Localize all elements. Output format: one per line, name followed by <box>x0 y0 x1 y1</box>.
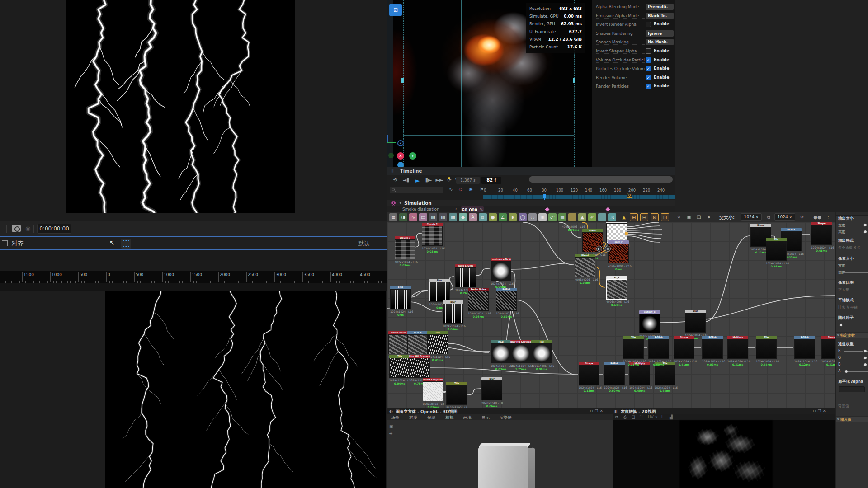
graph-node[interactable]: Invert Grayscale8192x8192 - L80.82ms <box>423 378 443 408</box>
step-back-button[interactable]: ◄▮ <box>402 177 410 183</box>
node-thumbnail[interactable] <box>407 334 428 354</box>
node-thumbnail[interactable] <box>395 239 415 259</box>
slider-knob[interactable] <box>839 323 843 327</box>
crop-tool-button[interactable]: ⧄ <box>389 4 402 16</box>
histogram-icon[interactable]: ▟ <box>670 415 673 419</box>
node-thumbnail[interactable] <box>427 334 448 354</box>
slider-knob[interactable] <box>844 370 848 373</box>
graph-node[interactable]: Tile4096x4096 - L160.90ms <box>531 340 552 371</box>
slider-knob[interactable] <box>863 349 867 353</box>
node-thumbnail[interactable] <box>685 313 706 333</box>
graph-node[interactable]: Blur1024x1024 - L160ms <box>685 310 706 340</box>
timeline-header[interactable]: ⣿ Timeline <box>387 167 675 175</box>
slider-knob[interactable] <box>863 223 867 227</box>
timecode-display[interactable]: 0:00:00:00 <box>37 224 71 234</box>
node-type-icon[interactable]: ▤ <box>419 213 427 221</box>
simulation-track-row[interactable]: ▼ Simulation <box>387 200 675 206</box>
property-checkbox[interactable] <box>646 22 651 27</box>
parent-size-dropdown[interactable]: 1024 ∨ <box>741 213 762 221</box>
property-checkbox[interactable]: ✓ <box>646 75 651 80</box>
slider-row[interactable]: 宽度 <box>838 263 868 268</box>
section-header[interactable]: 特定参数 <box>836 332 868 338</box>
node-type-icon[interactable]: ● <box>489 213 497 221</box>
node-type-icon[interactable]: ▩ <box>558 213 566 221</box>
current-frame-display[interactable]: 82 f <box>481 177 501 184</box>
region-of-interest-button[interactable] <box>121 239 131 249</box>
property-value-chip[interactable]: 60.000 % <box>461 206 484 212</box>
axis-neg[interactable] <box>388 153 394 158</box>
window-control-icons[interactable]: ⊡❐✕ <box>813 409 828 413</box>
axis-z[interactable]: Z <box>397 140 404 146</box>
node-thumbnail[interactable] <box>531 343 552 363</box>
graph-node[interactable]: Tile1024x1024 - L160.13ms <box>623 336 644 366</box>
menu-相机[interactable]: 相机 <box>445 415 453 421</box>
graph-node[interactable]: RGB-A1024x1024 - L160.12ms <box>794 336 815 366</box>
node-type-icon[interactable]: ◗ <box>509 213 517 221</box>
graph-node[interactable]: Shape1024x1024 - L160.31ms <box>821 336 835 366</box>
node-thumbnail[interactable] <box>468 291 489 311</box>
menu-环境[interactable]: 环境 <box>463 415 472 421</box>
node-type-icon[interactable]: ☍ <box>548 213 557 221</box>
show-channel-icon[interactable]: ◉ <box>25 225 30 232</box>
property-checkbox[interactable]: ✓ <box>646 66 651 71</box>
graph-node[interactable]: RGB1024x1024 - L160.03ms <box>491 340 511 371</box>
graph-view-toggle-icon[interactable]: ⊠ <box>651 213 659 221</box>
menu-光源[interactable]: 光源 <box>427 415 435 421</box>
node-thumbnail[interactable] <box>648 339 669 359</box>
image-icon[interactable]: ▣ <box>685 213 693 221</box>
crop-handle-right[interactable] <box>573 78 575 83</box>
node-type-icon[interactable]: ∿ <box>409 213 417 221</box>
transform-icon[interactable]: ⛶ <box>640 415 642 420</box>
menu-显示[interactable]: 显示 <box>481 415 490 421</box>
value-input[interactable] <box>839 386 865 392</box>
graph-node[interactable]: Perlin Noise1024x1024 - L160.26ms <box>468 288 489 318</box>
node-type-icon[interactable]: A <box>469 213 477 221</box>
node-type-icon[interactable]: ◌ <box>528 213 537 221</box>
node-thumbnail[interactable] <box>655 365 675 385</box>
property-dropdown[interactable]: No Mask. <box>646 39 674 45</box>
comment-icon[interactable]: ❏ <box>695 213 703 221</box>
more-dots-icon[interactable]: ⁝ <box>824 213 832 221</box>
slider-knob[interactable] <box>863 230 867 234</box>
graph-view-toggle-icon[interactable]: ⊞ <box>630 213 638 221</box>
node-thumbnail[interactable] <box>443 304 463 324</box>
graph-node[interactable]: RGB1024x1024 - L160ms <box>390 286 411 316</box>
viewport-pan-icon[interactable]: ✛ <box>389 432 393 436</box>
menu-材质[interactable]: 材质 <box>409 415 417 421</box>
node-thumbnail[interactable] <box>702 339 723 359</box>
node-type-icon[interactable]: ⧈ <box>479 213 487 221</box>
node-thumbnail[interactable] <box>606 279 627 299</box>
panel-grip-icon[interactable]: ⣿ <box>391 169 396 174</box>
node-thumbnail[interactable] <box>623 339 644 359</box>
link-icon[interactable]: ⧉ <box>764 213 773 221</box>
graph-node[interactable]: Blur2048x2048 - L80.06ms <box>481 377 502 408</box>
collapse-triangle-icon[interactable]: ▼ <box>399 201 401 205</box>
loop-end-marker[interactable]: ⟳ <box>627 193 632 198</box>
paste-icon[interactable]: ❏ <box>632 415 635 419</box>
timeline-zoom-scrollbar[interactable] <box>529 176 673 183</box>
property-dropdown[interactable]: Ignore <box>646 30 674 37</box>
slider-row[interactable]: A <box>838 369 868 374</box>
node-thumbnail[interactable] <box>629 365 650 385</box>
viewport-3d-header[interactable]: ◐ 圆角立方体 - OpenGL - 3D视图 ⊡❐✕ <box>387 408 613 414</box>
node-type-icon[interactable]: ▧ <box>439 213 447 221</box>
node-thumbnail[interactable] <box>496 291 517 311</box>
node-thumbnail[interactable] <box>429 282 450 302</box>
axis-y[interactable]: Y <box>409 152 416 160</box>
node-graph-canvas[interactable]: Clouds 21024x1024 - L160.03msClouds 3102… <box>387 222 835 408</box>
graph-node[interactable]: RGB-A1024x1024 - L160.02ms <box>702 336 723 366</box>
menu-渲染器[interactable]: 渲染器 <box>500 415 512 421</box>
graph-node[interactable]: Clouds 21024x1024 - L160.03ms <box>422 223 443 253</box>
composition-viewer-bottom[interactable] <box>105 291 386 488</box>
graph-node[interactable]: RGB-A1024x1024 - L160.60ms <box>604 362 625 392</box>
node-action-button[interactable]: ◐ <box>596 246 602 252</box>
node-type-icon[interactable]: ⬚ <box>598 213 606 221</box>
node-type-icon[interactable]: ◯ <box>519 213 527 221</box>
node-type-icon[interactable]: ◆ <box>459 213 467 221</box>
dots-icon[interactable]: ●● <box>813 213 821 221</box>
node-thumbnail[interactable] <box>491 343 511 363</box>
graph-node[interactable]: RGB-A1024x1024 - L160.60ms <box>648 336 669 366</box>
graph-node[interactable]: Blend4096x4096 - C160.26ms <box>575 254 595 284</box>
node-type-icon[interactable]: ▦ <box>389 213 397 221</box>
graph-node[interactable]: Tile1024x1024 - L160.16ms <box>766 238 787 268</box>
